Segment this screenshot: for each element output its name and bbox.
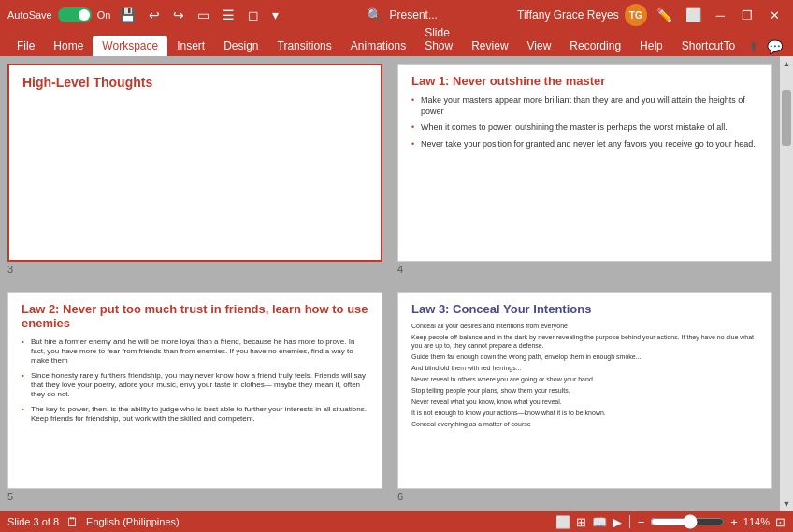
slide-cell-4[interactable]: Law 1: Never outshine the master Make yo… bbox=[390, 56, 780, 284]
tab-help[interactable]: Help bbox=[630, 36, 672, 56]
slide-6-text-9: Conceal everything as a matter of course bbox=[411, 420, 758, 428]
slide-6-text-6: Stop telling people your plans, show the… bbox=[411, 386, 758, 395]
tab-insert[interactable]: Insert bbox=[167, 36, 214, 56]
slide-info: Slide 3 of 8 bbox=[7, 516, 59, 527]
slide-6-text-4: And blindfold them with red herrings... bbox=[411, 364, 758, 372]
language-label: English (Philippines) bbox=[86, 516, 180, 527]
slide-6-text-1: Conceal all your desires and intentions … bbox=[411, 322, 758, 330]
list-icon[interactable]: ☰ bbox=[219, 6, 238, 24]
zoom-level: 114% bbox=[743, 516, 770, 527]
autosave-state: On bbox=[97, 9, 111, 21]
scroll-up-arrow[interactable]: ▲ bbox=[780, 56, 793, 71]
tab-view[interactable]: View bbox=[518, 36, 561, 56]
expand-icon[interactable]: ⬜ bbox=[682, 6, 705, 24]
tab-shortcut[interactable]: ShortcutTo bbox=[672, 36, 744, 56]
slide-4-bullet-3: Never take your position for granted and… bbox=[411, 139, 758, 151]
shape-icon[interactable]: ◻ bbox=[244, 6, 263, 24]
slide-cell-6[interactable]: Law 3: Conceal Your Intentions Conceal a… bbox=[390, 284, 780, 512]
slides-area: High-Level Thoughts 3 Law 1: Never outsh… bbox=[0, 56, 780, 511]
minimize-button[interactable]: ─ bbox=[711, 7, 730, 24]
share-icon[interactable]: ⬆ bbox=[744, 37, 763, 56]
autosave-knob bbox=[79, 9, 90, 21]
redo-icon[interactable]: ↪ bbox=[169, 6, 188, 24]
reading-view-icon[interactable]: 📖 bbox=[592, 515, 607, 529]
slide-6-number: 6 bbox=[397, 489, 772, 504]
zoom-out-icon[interactable]: − bbox=[638, 515, 645, 529]
slide-3[interactable]: High-Level Thoughts bbox=[7, 64, 382, 262]
slide-sorter-icon[interactable]: ⊞ bbox=[576, 515, 586, 529]
tab-recording[interactable]: Recording bbox=[560, 36, 630, 56]
slide-6-content: Law 3: Conceal Your Intentions Conceal a… bbox=[398, 293, 771, 489]
autosave-label: AutoSave bbox=[7, 9, 52, 21]
slide-4-title: Law 1: Never outshine the master bbox=[411, 74, 758, 88]
slide-cell-3[interactable]: High-Level Thoughts 3 bbox=[0, 56, 390, 284]
slide-5[interactable]: Law 2: Never put too much trust in frien… bbox=[7, 292, 382, 490]
slide-5-bullet-2: Since honesty rarely furthers friendship… bbox=[22, 371, 368, 400]
slide-5-bullet-3: The key to power, then, is the ability t… bbox=[22, 405, 368, 424]
tab-transitions[interactable]: Transitions bbox=[268, 36, 341, 56]
slide-cell-5[interactable]: Law 2: Never put too much trust in frien… bbox=[0, 284, 390, 512]
status-right: ⬜ ⊞ 📖 ▶ − + 114% ⊡ bbox=[555, 514, 786, 529]
tab-file[interactable]: File bbox=[7, 36, 44, 56]
comment-icon[interactable]: 💬 bbox=[763, 37, 786, 56]
slide-6-text-5: Never reveal to others where you are goi… bbox=[411, 375, 758, 383]
main-content: High-Level Thoughts 3 Law 1: Never outsh… bbox=[0, 56, 793, 511]
user-avatar: TG bbox=[625, 4, 647, 26]
slide-4-content: Law 1: Never outshine the master Make yo… bbox=[398, 65, 771, 261]
tab-animations[interactable]: Animations bbox=[341, 36, 415, 56]
slide-6-text-7: Never reveal what you know, know what yo… bbox=[411, 397, 758, 406]
title-bar-center: 🔍 Present... bbox=[363, 6, 438, 24]
zoom-slider[interactable] bbox=[650, 514, 725, 529]
save-icon[interactable]: 💾 bbox=[116, 6, 139, 24]
slide-5-content: Law 2: Never put too much trust in frien… bbox=[8, 293, 382, 489]
status-bar: Slide 3 of 8 🗒 English (Philippines) ⬜ ⊞… bbox=[0, 511, 793, 532]
autosave-toggle[interactable] bbox=[58, 7, 92, 22]
divider bbox=[629, 515, 630, 528]
slide-5-bullet-1: But hire a former enemy and he will be m… bbox=[22, 338, 368, 367]
normal-view-icon[interactable]: ⬜ bbox=[555, 515, 570, 529]
slide-3-content: High-Level Thoughts bbox=[9, 65, 381, 260]
scroll-down-arrow[interactable]: ▼ bbox=[780, 496, 793, 511]
ribbon-tabs: File Home Workspace Insert Design Transi… bbox=[0, 30, 793, 56]
slide-6-text-2: Keep people off-balance and in the dark … bbox=[411, 333, 758, 350]
tab-workspace[interactable]: Workspace bbox=[93, 36, 167, 56]
present-icon[interactable]: ▭ bbox=[194, 6, 213, 24]
tab-home[interactable]: Home bbox=[44, 36, 93, 56]
restore-button[interactable]: ❐ bbox=[736, 7, 758, 24]
app-title: Present... bbox=[390, 8, 438, 22]
close-button[interactable]: ✕ bbox=[764, 7, 786, 24]
scrollbar-right[interactable]: ▲ ▼ bbox=[780, 56, 793, 511]
title-bar-left: AutoSave On 💾 ↩ ↪ ▭ ☰ ◻ ▾ bbox=[7, 6, 282, 24]
title-bar-right: Tiffany Grace Reyes TG ✏️ ⬜ ─ ❐ ✕ bbox=[517, 4, 786, 26]
slide-4-number: 4 bbox=[397, 262, 772, 277]
tab-review[interactable]: Review bbox=[462, 36, 517, 56]
fit-icon[interactable]: ⊡ bbox=[775, 515, 786, 529]
slideshow-icon[interactable]: ▶ bbox=[613, 515, 622, 529]
slide-5-number: 5 bbox=[7, 489, 382, 504]
tab-slideshow[interactable]: Slide Show bbox=[415, 22, 462, 56]
slide-5-title: Law 2: Never put too much trust in frien… bbox=[22, 302, 368, 330]
title-bar: AutoSave On 💾 ↩ ↪ ▭ ☰ ◻ ▾ 🔍 Present... T… bbox=[0, 0, 793, 30]
status-left: Slide 3 of 8 🗒 English (Philippines) bbox=[7, 515, 180, 529]
slide-4[interactable]: Law 1: Never outshine the master Make yo… bbox=[397, 64, 772, 262]
tab-design[interactable]: Design bbox=[214, 36, 267, 56]
slide-4-bullet-2: When it comes to power, outshining the m… bbox=[411, 122, 758, 134]
slide-6[interactable]: Law 3: Conceal Your Intentions Conceal a… bbox=[397, 292, 772, 490]
slide-6-title: Law 3: Conceal Your Intentions bbox=[411, 302, 758, 316]
slide-3-number: 3 bbox=[7, 262, 382, 277]
slide-6-text-8: It is not enough to know your actions—kn… bbox=[411, 409, 758, 417]
zoom-in-icon[interactable]: + bbox=[730, 515, 738, 529]
more-icon[interactable]: ▾ bbox=[268, 6, 282, 24]
undo-icon[interactable]: ↩ bbox=[145, 6, 164, 24]
slide-6-text-3: Guide them far enough down the wrong pat… bbox=[411, 352, 758, 361]
user-name: Tiffany Grace Reyes bbox=[517, 8, 619, 22]
pen-icon[interactable]: ✏️ bbox=[653, 6, 676, 24]
search-icon[interactable]: 🔍 bbox=[363, 6, 386, 24]
notes-icon[interactable]: 🗒 bbox=[66, 515, 79, 529]
slide-4-bullet-1: Make your masters appear more brilliant … bbox=[411, 95, 758, 117]
scrollbar-thumb[interactable] bbox=[782, 90, 791, 146]
user-initials: TG bbox=[629, 10, 642, 21]
slide-3-title: High-Level Thoughts bbox=[22, 75, 368, 90]
